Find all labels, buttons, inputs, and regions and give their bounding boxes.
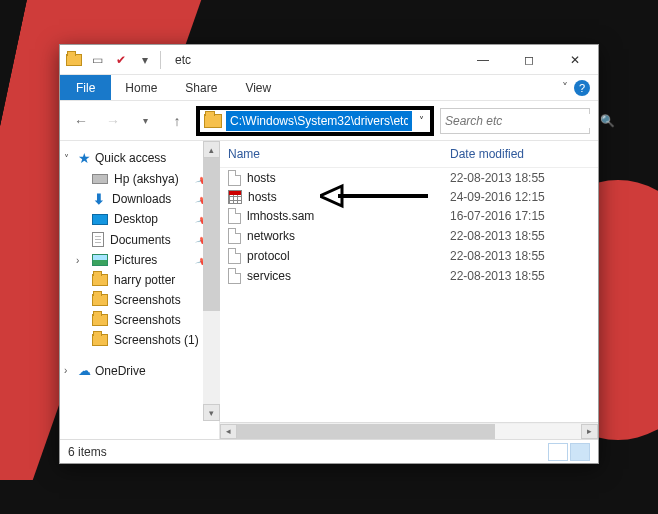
sidebar-item-label: Screenshots [114, 313, 181, 327]
search-box[interactable]: 🔍 [440, 108, 590, 134]
qat-button-1[interactable]: ▭ [88, 51, 106, 69]
sidebar-item-label: Screenshots (1) [114, 333, 199, 347]
sidebar-item[interactable]: Hp (akshya)📌 [60, 169, 219, 189]
pic-icon [92, 254, 108, 266]
scroll-thumb[interactable] [237, 424, 495, 439]
column-name[interactable]: Name [228, 147, 450, 161]
file-date: 22-08-2013 18:55 [450, 269, 590, 283]
forward-button[interactable]: → [100, 108, 126, 134]
sidebar-item[interactable]: Screenshots [60, 310, 219, 330]
back-button[interactable]: ← [68, 108, 94, 134]
minimize-button[interactable]: — [460, 45, 506, 75]
tab-share[interactable]: Share [171, 75, 231, 100]
sidebar-item[interactable]: ⬇Downloads📌 [60, 189, 219, 209]
chevron-right-icon: › [76, 255, 86, 266]
file-row[interactable]: networks22-08-2013 18:55 [220, 226, 598, 246]
doc-icon [92, 232, 104, 247]
file-date: 22-08-2013 18:55 [450, 249, 590, 263]
address-bar-highlight: ˅ [196, 106, 434, 136]
scroll-up-button[interactable]: ▴ [203, 141, 220, 158]
file-row[interactable]: hosts22-08-2013 18:55 [220, 168, 598, 188]
nav-pane[interactable]: ˅ ★ Quick access Hp (akshya)📌⬇Downloads📌… [60, 141, 220, 439]
sidebar-quick-access[interactable]: ˅ ★ Quick access [60, 147, 219, 169]
file-row[interactable]: lmhosts.sam16-07-2016 17:15 [220, 206, 598, 226]
tab-file[interactable]: File [60, 75, 111, 100]
file-date: 24-09-2016 12:15 [450, 190, 590, 204]
sidebar-item[interactable]: Screenshots [60, 290, 219, 310]
scroll-thumb[interactable] [203, 158, 220, 311]
scroll-right-button[interactable]: ▸ [581, 424, 598, 439]
tab-view[interactable]: View [231, 75, 285, 100]
address-input[interactable] [226, 111, 412, 131]
column-headers[interactable]: Name Date modified [220, 141, 598, 168]
sidebar-item-label: Downloads [112, 192, 171, 206]
app-folder-icon [66, 54, 82, 66]
laptop-icon [92, 174, 108, 184]
chevron-down-icon: ˅ [64, 153, 74, 164]
scroll-left-button[interactable]: ◂ [220, 424, 237, 439]
sidebar-item-label: harry potter [114, 273, 175, 287]
folder-icon [92, 274, 108, 286]
sidebar-label: Quick access [95, 151, 166, 165]
file-date: 22-08-2013 18:55 [450, 171, 590, 185]
file-name: hosts [248, 190, 277, 204]
search-input[interactable] [445, 114, 596, 128]
file-pane: Name Date modified hosts22-08-2013 18:55… [220, 141, 598, 439]
view-details-button[interactable] [548, 443, 568, 461]
title-bar: ▭ ✔ ▾ etc — ◻ ✕ [60, 45, 598, 75]
file-row[interactable]: protocol22-08-2013 18:55 [220, 246, 598, 266]
column-date[interactable]: Date modified [450, 147, 590, 161]
scroll-down-button[interactable]: ▾ [203, 404, 220, 421]
status-bar: 6 items [60, 439, 598, 463]
folder-icon [92, 334, 108, 346]
window-title: etc [175, 53, 191, 67]
body: ˅ ★ Quick access Hp (akshya)📌⬇Downloads📌… [60, 141, 598, 439]
file-name: hosts [247, 171, 276, 185]
qat-button-2[interactable]: ✔ [112, 51, 130, 69]
file-name: networks [247, 229, 295, 243]
sidebar-item-label: Pictures [114, 253, 157, 267]
scroll-track[interactable] [203, 158, 220, 404]
sidebar-item-label: Hp (akshya) [114, 172, 179, 186]
file-row[interactable]: services22-08-2013 18:55 [220, 266, 598, 286]
file-row[interactable]: hosts24-09-2016 12:15 [220, 188, 598, 206]
sidebar-item[interactable]: Screenshots (1) [60, 330, 219, 350]
up-button[interactable]: ↑ [164, 108, 190, 134]
sidebar-item-label: Screenshots [114, 293, 181, 307]
address-folder-icon [204, 114, 222, 128]
maximize-button[interactable]: ◻ [506, 45, 552, 75]
address-dropdown[interactable]: ˅ [412, 115, 430, 126]
folder-icon [92, 294, 108, 306]
sidebar-item[interactable]: Desktop📌 [60, 209, 219, 229]
star-icon: ★ [78, 150, 91, 166]
file-icon [228, 268, 241, 284]
sidebar-item[interactable]: harry potter [60, 270, 219, 290]
sidebar-scrollbar[interactable]: ▴ ▾ [203, 141, 220, 421]
sidebar-label: OneDrive [95, 364, 146, 378]
view-large-button[interactable] [570, 443, 590, 461]
ribbon-tabs: File Home Share View ˅ ? [60, 75, 598, 101]
sidebar-item[interactable]: Documents📌 [60, 229, 219, 250]
status-item-count: 6 items [68, 445, 107, 459]
ribbon-expand[interactable]: ˅ [562, 81, 568, 95]
sidebar-item[interactable]: ›Pictures📌 [60, 250, 219, 270]
file-name: protocol [247, 249, 290, 263]
sidebar-item-label: Documents [110, 233, 171, 247]
file-list[interactable]: hosts22-08-2013 18:55hosts24-09-2016 12:… [220, 168, 598, 422]
down-icon: ⬇ [92, 192, 106, 206]
separator [160, 51, 161, 69]
horizontal-scrollbar[interactable]: ◂ ▸ [220, 422, 598, 439]
scroll-track[interactable] [237, 424, 581, 439]
chevron-right-icon: › [64, 365, 74, 376]
nav-row: ← → ▾ ↑ ˅ 🔍 [60, 101, 598, 141]
sidebar-onedrive[interactable]: › ☁ OneDrive [60, 360, 219, 381]
recent-locations[interactable]: ▾ [132, 108, 158, 134]
file-icon [228, 190, 242, 204]
tab-home[interactable]: Home [111, 75, 171, 100]
search-icon[interactable]: 🔍 [600, 114, 615, 128]
sidebar-item-label: Desktop [114, 212, 158, 226]
help-button[interactable]: ? [574, 80, 590, 96]
qat-dropdown[interactable]: ▾ [136, 51, 154, 69]
file-icon [228, 170, 241, 186]
close-button[interactable]: ✕ [552, 45, 598, 75]
